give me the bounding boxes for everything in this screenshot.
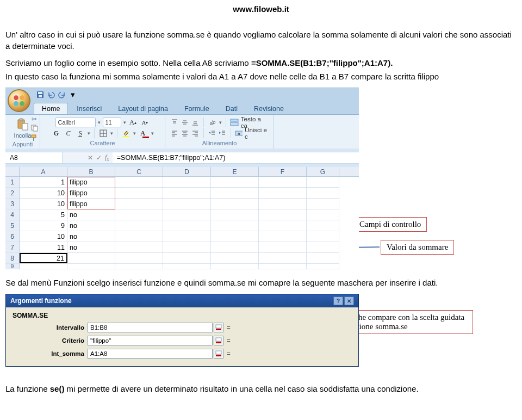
cell[interactable] — [259, 242, 307, 253]
col-header-c[interactable]: C — [115, 167, 163, 176]
col-header-a[interactable]: A — [20, 167, 67, 176]
decrease-indent-icon[interactable] — [208, 129, 216, 138]
underline-button[interactable]: S — [76, 128, 85, 138]
range-picker-icon[interactable] — [214, 336, 223, 345]
cell[interactable]: 1 — [20, 177, 67, 188]
grow-font-icon[interactable]: A▴ — [128, 118, 138, 127]
cell[interactable] — [307, 209, 339, 220]
cell[interactable] — [259, 231, 307, 242]
cell[interactable] — [115, 231, 163, 242]
name-box[interactable]: A8 — [5, 152, 63, 163]
cell[interactable]: 9 — [20, 220, 67, 231]
align-center-icon[interactable] — [180, 129, 189, 138]
range-picker-icon[interactable] — [214, 323, 223, 332]
qat-dropdown-icon[interactable]: ▾ — [69, 90, 77, 99]
row-header[interactable]: 1 — [5, 177, 20, 188]
tab-home[interactable]: Home — [34, 103, 68, 114]
font-size-select[interactable]: 11 — [103, 118, 121, 127]
cell[interactable] — [211, 242, 259, 253]
cell[interactable] — [211, 199, 259, 209]
tab-insert[interactable]: Inserisci — [69, 103, 109, 114]
fill-color-icon[interactable] — [121, 128, 131, 138]
cell[interactable]: filippo — [67, 199, 115, 209]
cell[interactable] — [115, 242, 163, 253]
cell[interactable] — [259, 188, 307, 199]
cell[interactable] — [20, 264, 67, 269]
cell[interactable]: 10 — [20, 188, 67, 199]
cell[interactable] — [259, 220, 307, 231]
cell[interactable] — [163, 220, 211, 231]
cell[interactable] — [307, 220, 339, 231]
row-header[interactable]: 2 — [5, 188, 20, 199]
cell[interactable] — [259, 209, 307, 220]
redo-icon[interactable] — [58, 90, 66, 99]
row-header[interactable]: 6 — [5, 231, 20, 242]
cell[interactable] — [163, 253, 211, 264]
row-header[interactable]: 8 — [5, 253, 20, 264]
cell[interactable] — [307, 188, 339, 199]
cell[interactable] — [211, 209, 259, 220]
arg-input-criterio[interactable]: "filippo" — [88, 336, 213, 345]
orientation-icon[interactable]: ab — [208, 118, 217, 127]
row-header[interactable]: 9 — [5, 264, 20, 269]
cell[interactable] — [115, 177, 163, 188]
cell[interactable]: no — [67, 242, 115, 253]
cell[interactable] — [163, 264, 211, 269]
row-header[interactable]: 5 — [5, 220, 20, 231]
range-picker-icon[interactable] — [214, 349, 223, 359]
save-icon[interactable] — [36, 90, 45, 99]
cancel-formula-icon[interactable]: ✕ — [88, 154, 93, 162]
tab-formulas[interactable]: Formule — [177, 103, 217, 114]
cell[interactable] — [307, 177, 339, 188]
cell[interactable] — [211, 264, 259, 269]
undo-icon[interactable] — [47, 90, 55, 99]
cell[interactable]: 10 — [20, 199, 67, 209]
cell[interactable] — [115, 253, 163, 264]
cell[interactable] — [259, 177, 307, 188]
cell[interactable]: 5 — [20, 209, 67, 220]
cell[interactable] — [211, 253, 259, 264]
arg-input-int-somma[interactable]: A1:A8 — [88, 349, 213, 359]
tab-page-layout[interactable]: Layout di pagina — [110, 103, 176, 114]
cell[interactable] — [259, 264, 307, 269]
align-bottom-icon[interactable] — [190, 118, 200, 127]
cell[interactable] — [307, 253, 339, 264]
cell[interactable] — [307, 199, 339, 209]
cell[interactable]: no — [67, 231, 115, 242]
cell[interactable]: filippo — [67, 188, 115, 199]
cell[interactable] — [163, 177, 211, 188]
cell[interactable] — [307, 242, 339, 253]
col-header-f[interactable]: F — [259, 167, 307, 176]
align-left-icon[interactable] — [170, 129, 179, 138]
arg-input-intervallo[interactable]: B1:B8 — [88, 323, 213, 332]
tab-review[interactable]: Revisione — [246, 103, 291, 114]
col-header-b[interactable]: B — [67, 167, 115, 176]
cut-icon[interactable]: ✂ — [32, 115, 37, 123]
cell[interactable] — [211, 220, 259, 231]
cell[interactable] — [163, 231, 211, 242]
increase-indent-icon[interactable] — [218, 129, 226, 138]
office-button[interactable] — [8, 89, 30, 112]
cell[interactable] — [307, 231, 339, 242]
cell[interactable] — [211, 188, 259, 199]
row-header[interactable]: 4 — [5, 209, 20, 220]
formula-input[interactable]: =SOMMA.SE(B1:B7;"filippo";A1:A7) — [113, 152, 359, 163]
fx-icon[interactable]: fx — [105, 153, 109, 162]
cell-selected[interactable]: 21 — [20, 253, 67, 263]
col-header-g[interactable]: G — [307, 167, 339, 176]
cell[interactable] — [163, 242, 211, 253]
cell[interactable] — [115, 264, 163, 269]
tab-data[interactable]: Dati — [218, 103, 245, 114]
align-top-icon[interactable] — [170, 118, 179, 127]
shrink-font-icon[interactable]: A▾ — [140, 118, 150, 127]
cell[interactable] — [259, 253, 307, 264]
italic-button[interactable]: C — [64, 128, 73, 138]
font-name-select[interactable]: Calibri — [55, 118, 96, 127]
cell[interactable]: 10 — [20, 231, 67, 242]
cell[interactable] — [115, 188, 163, 199]
cell[interactable] — [307, 264, 339, 269]
dialog-help-button[interactable]: ? — [333, 297, 343, 305]
row-header[interactable]: 7 — [5, 242, 20, 253]
cell[interactable] — [259, 199, 307, 209]
cell[interactable] — [67, 264, 115, 269]
